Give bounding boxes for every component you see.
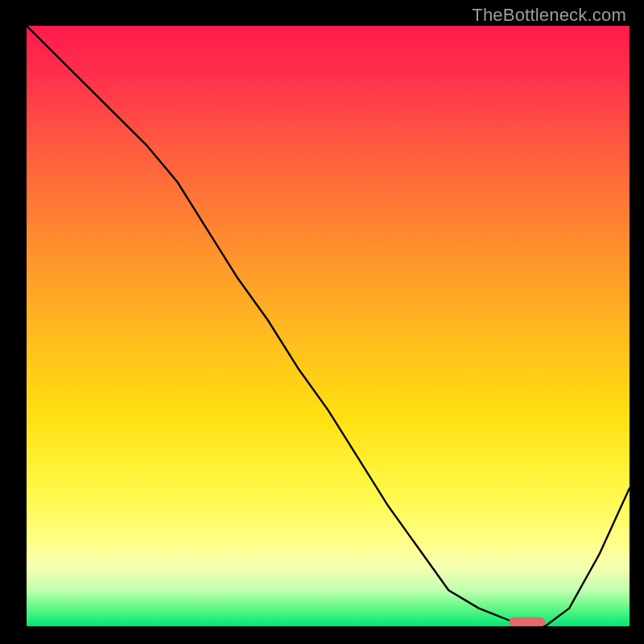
chart-overlay	[27, 26, 630, 626]
frame-bottom	[0, 626, 644, 644]
optimal-marker	[509, 617, 545, 626]
plot-area	[27, 26, 630, 626]
frame-left	[0, 0, 27, 644]
bottleneck-chart: TheBottleneck.com	[0, 0, 644, 644]
bottleneck-curve	[27, 26, 630, 626]
frame-right	[630, 0, 644, 644]
watermark: TheBottleneck.com	[472, 5, 626, 26]
